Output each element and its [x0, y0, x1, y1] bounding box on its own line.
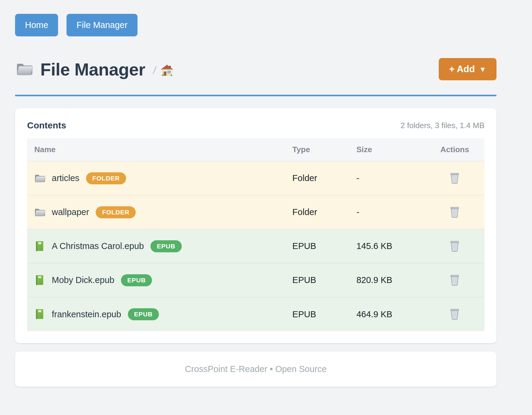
footer-text: CrossPoint E-Reader • Open Source	[185, 364, 326, 374]
entry-type: Folder	[292, 195, 357, 229]
entry-type: EPUB	[292, 229, 357, 263]
epub-badge: EPUB	[150, 240, 182, 252]
entry-name[interactable]: Moby Dick.epub	[52, 275, 114, 285]
title-divider	[15, 95, 496, 96]
delete-button[interactable]	[448, 306, 461, 321]
folder-icon	[34, 173, 46, 184]
entry-name[interactable]: frankenstein.epub	[52, 309, 121, 319]
entry-type: EPUB	[292, 263, 357, 297]
delete-button[interactable]	[448, 204, 461, 219]
entry-size: 464.9 KB	[356, 297, 425, 331]
page-title: File Manager	[40, 59, 145, 79]
nav-file-manager-button[interactable]: File Manager	[66, 14, 137, 36]
page-header: File Manager / + Add ▼	[15, 58, 496, 80]
add-button[interactable]: + Add ▼	[439, 58, 496, 80]
column-header-type: Type	[292, 138, 357, 161]
folder-badge: FOLDER	[96, 206, 136, 218]
entry-size: -	[356, 195, 425, 229]
top-nav: Home File Manager	[15, 14, 496, 36]
table-row-moby-dick[interactable]: Moby Dick.epub EPUB EPUB 820.9 KB	[27, 263, 484, 297]
trash-icon	[449, 172, 460, 184]
trash-icon	[449, 206, 460, 218]
table-row-a-christmas-carol[interactable]: A Christmas Carol.epub EPUB EPUB 145.6 K…	[27, 229, 484, 263]
folder-icon	[34, 207, 46, 218]
delete-button[interactable]	[448, 238, 461, 253]
column-header-name: Name	[27, 138, 292, 161]
trash-icon	[449, 308, 460, 320]
epub-badge: EPUB	[121, 274, 152, 286]
entry-type: EPUB	[292, 297, 357, 331]
entry-size: 145.6 KB	[356, 229, 425, 263]
table-header-row: Name Type Size Actions	[27, 138, 484, 161]
folder-badge: FOLDER	[86, 172, 126, 184]
panel-title: Contents	[27, 120, 66, 131]
table-row-articles[interactable]: articles FOLDER Folder -	[27, 161, 484, 195]
delete-button[interactable]	[448, 171, 461, 185]
house-icon	[161, 64, 173, 77]
column-header-size: Size	[356, 138, 425, 161]
green-book-icon	[34, 241, 46, 252]
breadcrumb-separator: /	[152, 64, 157, 76]
epub-badge: EPUB	[128, 308, 159, 320]
file-table: Name Type Size Actions articles FOLDER F…	[27, 138, 484, 331]
entry-type: Folder	[292, 161, 357, 195]
breadcrumb-home-link[interactable]	[161, 64, 173, 77]
contents-panel-header: Contents 2 folders, 3 files, 1.4 MB	[27, 120, 484, 131]
contents-summary: 2 folders, 3 files, 1.4 MB	[401, 121, 484, 130]
nav-home-button[interactable]: Home	[15, 14, 58, 36]
caret-down-icon: ▼	[479, 65, 486, 74]
add-button-label: + Add	[449, 64, 475, 75]
title-group: File Manager /	[15, 59, 173, 79]
footer: CrossPoint E-Reader • Open Source	[15, 352, 496, 387]
trash-icon	[449, 240, 460, 252]
green-book-icon	[34, 309, 46, 320]
delete-button[interactable]	[448, 272, 461, 287]
folder-icon	[15, 60, 34, 78]
column-header-actions: Actions	[425, 138, 484, 161]
trash-icon	[449, 274, 460, 286]
table-row-wallpaper[interactable]: wallpaper FOLDER Folder -	[27, 195, 484, 229]
entry-name[interactable]: A Christmas Carol.epub	[52, 241, 144, 251]
entry-name[interactable]: wallpaper	[52, 207, 89, 217]
entry-size: -	[356, 161, 425, 195]
table-row-frankenstein[interactable]: frankenstein.epub EPUB EPUB 464.9 KB	[27, 297, 484, 331]
contents-panel: Contents 2 folders, 3 files, 1.4 MB Name…	[15, 108, 496, 343]
entry-size: 820.9 KB	[356, 263, 425, 297]
green-book-icon	[34, 275, 46, 286]
entry-name[interactable]: articles	[52, 173, 79, 183]
page: Home File Manager File Manager / + Add ▼…	[15, 0, 496, 387]
